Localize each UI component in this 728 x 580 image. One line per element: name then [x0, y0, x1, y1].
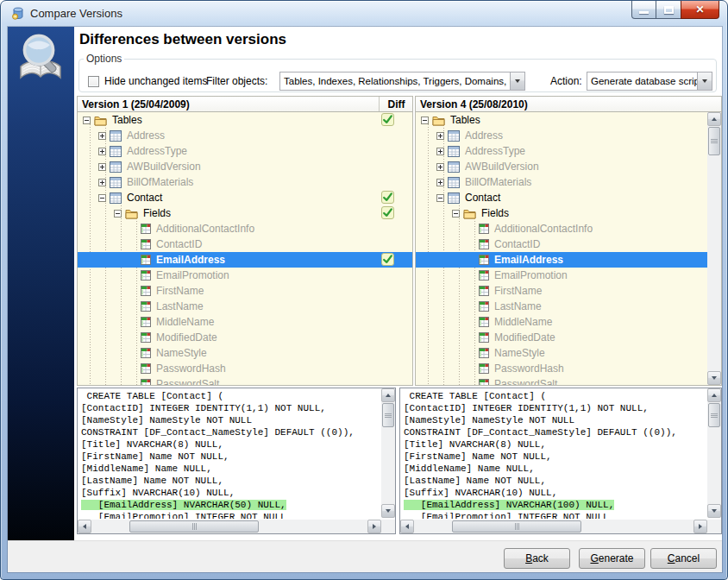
tree-item-emailaddress[interactable]: EmailAddress: [416, 252, 707, 268]
tree-item-emailpromotion[interactable]: EmailPromotion: [78, 268, 412, 283]
tree-item-passwordsalt[interactable]: PasswordSalt: [78, 376, 412, 385]
tree-item-additionalcontactinfo[interactable]: AdditionalContactInfo: [416, 221, 707, 236]
close-button[interactable]: ✕: [681, 1, 719, 19]
tree-item-passwordhash[interactable]: PasswordHash: [416, 361, 707, 376]
cancel-button[interactable]: Cancel: [650, 548, 717, 569]
expand-toggle[interactable]: [98, 163, 106, 171]
scrollbar-thumb[interactable]: [452, 520, 581, 533]
tree-item-lastname[interactable]: LastName: [416, 299, 707, 314]
minimize-button[interactable]: [631, 1, 656, 19]
collapse-toggle[interactable]: [436, 194, 444, 202]
scroll-down-button[interactable]: [707, 371, 721, 385]
scroll-down-button[interactable]: [381, 504, 395, 518]
vertical-scrollbar[interactable]: [381, 388, 395, 518]
expand-toggle[interactable]: [98, 132, 106, 140]
back-button[interactable]: Back: [504, 548, 570, 569]
field-icon: [479, 224, 489, 234]
titlebar[interactable]: Compare Versions ✕: [1, 1, 727, 27]
sql-line: [EmailAddress] NVARCHAR(100) NULL,: [404, 499, 706, 511]
collapse-toggle[interactable]: [452, 210, 460, 218]
version1-tree[interactable]: TablesAddressAddressTypeAWBuildVersionBi…: [78, 112, 412, 385]
scroll-right-button[interactable]: [693, 520, 707, 533]
tree-item-contactid[interactable]: ContactID: [78, 236, 412, 252]
tree-item-address[interactable]: Address: [78, 128, 412, 143]
tree-item-emailpromotion[interactable]: EmailPromotion: [416, 268, 707, 283]
tree-item-awbuildversion[interactable]: AWBuildVersion: [78, 159, 412, 174]
tree-item-label: AdditionalContactInfo: [154, 223, 256, 235]
tree-item-namestyle[interactable]: NameStyle: [416, 345, 707, 361]
expand-toggle[interactable]: [436, 148, 444, 155]
horizontal-scrollbar[interactable]: [400, 520, 707, 533]
tree-item-firstname[interactable]: FirstName: [78, 283, 412, 299]
version1-sql-panel[interactable]: CREATE TABLE [Contact] ([ContactID] INTE…: [77, 388, 396, 534]
filter-objects-combobox[interactable]: Tables, Indexes, Relationships, Triggers…: [279, 72, 525, 91]
scroll-up-button[interactable]: [707, 112, 721, 126]
scrollbar-thumb[interactable]: [129, 520, 259, 533]
scrollbar-thumb[interactable]: [708, 403, 720, 427]
expand-toggle[interactable]: [436, 132, 444, 140]
expand-toggle[interactable]: [436, 163, 444, 171]
tree-item-billofmaterials[interactable]: BillOfMaterials: [78, 174, 412, 190]
tree-item-tables[interactable]: Tables: [78, 112, 412, 128]
tree-item-tables[interactable]: Tables: [416, 112, 707, 128]
scroll-left-button[interactable]: [400, 520, 414, 533]
tree-item-modifieddate[interactable]: ModifiedDate: [416, 330, 707, 345]
collapse-toggle[interactable]: [83, 117, 91, 124]
tree-item-fields[interactable]: Fields: [78, 205, 412, 221]
tree-item-middlename[interactable]: MiddleName: [78, 314, 412, 330]
vertical-scrollbar[interactable]: [707, 388, 721, 518]
generate-button[interactable]: Generate: [579, 548, 645, 569]
tree-item-emailaddress[interactable]: EmailAddress: [78, 252, 412, 268]
scroll-up-button[interactable]: [707, 388, 721, 402]
tree-item-contact[interactable]: Contact: [416, 190, 707, 205]
scroll-up-button[interactable]: [381, 388, 395, 402]
tree-item-modifieddate[interactable]: ModifiedDate: [78, 330, 412, 345]
version4-tree-header: Version 4 (25/08/2010): [416, 97, 721, 112]
filter-dropdown-button[interactable]: [510, 72, 524, 90]
tree-item-contact[interactable]: Contact: [78, 190, 412, 205]
table-icon: [110, 146, 122, 157]
action-dropdown-button[interactable]: [697, 72, 712, 90]
tree-item-lastname[interactable]: LastName: [78, 299, 412, 314]
tree-item-label: EmailAddress: [154, 254, 227, 266]
tree-item-middlename[interactable]: MiddleName: [416, 314, 707, 330]
hide-unchanged-checkbox[interactable]: [88, 76, 99, 87]
tree-item-address[interactable]: Address: [416, 128, 707, 143]
scroll-left-button[interactable]: [78, 520, 91, 533]
field-icon: [141, 317, 151, 327]
tree-item-fields[interactable]: Fields: [416, 205, 707, 221]
collapse-toggle[interactable]: [421, 117, 429, 124]
arrow-left-icon: [405, 524, 409, 529]
sql-line: [Suffix] NVARCHAR(10) NULL,: [404, 487, 706, 499]
table-icon: [448, 130, 460, 142]
tree-item-additionalcontactinfo[interactable]: AdditionalContactInfo: [78, 221, 412, 236]
tree-item-label: FirstName: [154, 285, 205, 297]
maximize-button[interactable]: [656, 1, 681, 19]
vertical-scrollbar[interactable]: [707, 112, 721, 385]
version4-tree[interactable]: TablesAddressAddressTypeAWBuildVersionBi…: [416, 112, 721, 385]
tree-item-namestyle[interactable]: NameStyle: [78, 345, 412, 361]
scrollbar-thumb[interactable]: [382, 403, 394, 427]
folder-icon: [463, 208, 476, 219]
diff-check-icon: [381, 113, 394, 126]
tree-item-contactid[interactable]: ContactID: [416, 236, 707, 252]
tree-item-billofmaterials[interactable]: BillOfMaterials: [416, 174, 707, 190]
version4-sql-panel[interactable]: CREATE TABLE [Contact] ([ContactID] INTE…: [399, 388, 722, 534]
tree-item-firstname[interactable]: FirstName: [416, 283, 707, 299]
tree-item-passwordhash[interactable]: PasswordHash: [78, 361, 412, 376]
tree-item-awbuildversion[interactable]: AWBuildVersion: [416, 159, 707, 174]
expand-toggle[interactable]: [98, 179, 106, 186]
collapse-toggle[interactable]: [114, 210, 122, 218]
expand-toggle[interactable]: [436, 179, 444, 186]
tree-item-passwordsalt[interactable]: PasswordSalt: [416, 376, 707, 385]
tree-item-addresstype[interactable]: AddressType: [78, 143, 412, 159]
collapse-toggle[interactable]: [98, 194, 106, 202]
horizontal-scrollbar[interactable]: [78, 520, 381, 533]
scroll-down-button[interactable]: [707, 504, 721, 518]
action-combobox[interactable]: Generate database script: [587, 72, 712, 91]
scrollbar-thumb[interactable]: [708, 127, 720, 155]
expand-toggle[interactable]: [98, 148, 106, 155]
scroll-right-button[interactable]: [367, 520, 381, 533]
tree-item-addresstype[interactable]: AddressType: [416, 143, 707, 159]
field-icon: [479, 286, 489, 296]
